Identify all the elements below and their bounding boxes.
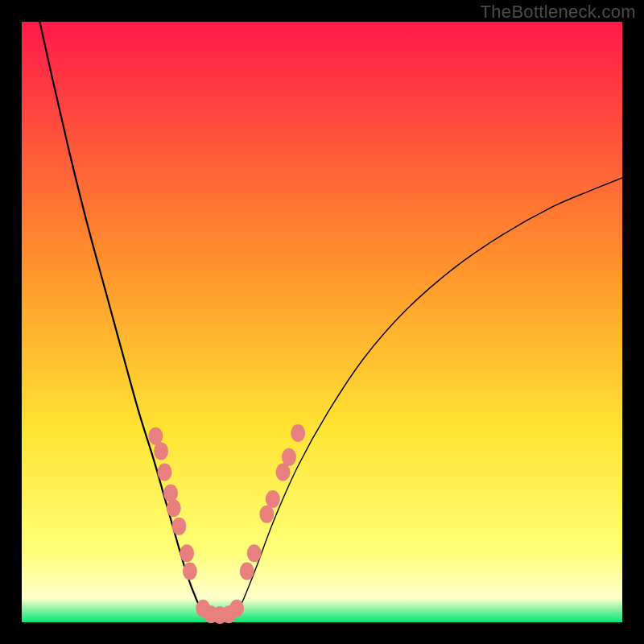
data-marker (163, 485, 178, 502)
data-marker (171, 518, 186, 535)
watermark-label: TheBottleneck.com (481, 2, 636, 23)
chart-frame: TheBottleneck.com (0, 0, 644, 644)
data-marker (266, 490, 280, 508)
data-marker (282, 448, 296, 466)
curve-layer (22, 22, 622, 622)
data-marker (291, 424, 305, 442)
data-marker (154, 442, 168, 460)
curve-right-branch (235, 178, 622, 617)
data-marker (167, 499, 181, 517)
data-marker (183, 563, 197, 580)
data-marker (180, 544, 194, 562)
data-marker (259, 506, 274, 523)
data-marker (158, 464, 172, 481)
data-marker (229, 600, 244, 617)
data-marker (240, 563, 254, 580)
curve-group (39, 22, 622, 620)
data-marker (276, 464, 291, 481)
data-marker (247, 544, 262, 562)
